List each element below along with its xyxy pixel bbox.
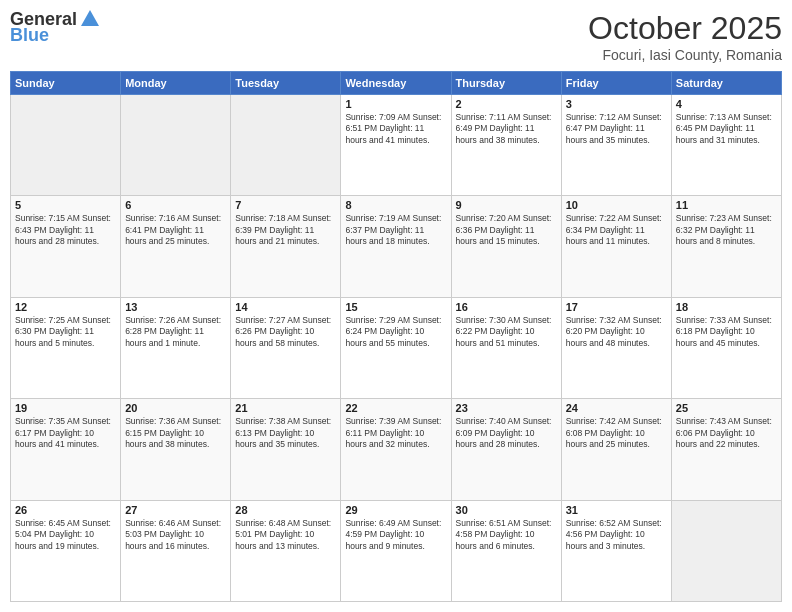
day-number: 17	[566, 301, 667, 313]
day-info: Sunrise: 7:35 AM Sunset: 6:17 PM Dayligh…	[15, 416, 116, 450]
day-info: Sunrise: 7:40 AM Sunset: 6:09 PM Dayligh…	[456, 416, 557, 450]
calendar-empty-cell	[231, 95, 341, 196]
weekday-header-row: SundayMondayTuesdayWednesdayThursdayFrid…	[11, 72, 782, 95]
day-info: Sunrise: 7:42 AM Sunset: 6:08 PM Dayligh…	[566, 416, 667, 450]
day-info: Sunrise: 7:36 AM Sunset: 6:15 PM Dayligh…	[125, 416, 226, 450]
calendar-day-31: 31Sunrise: 6:52 AM Sunset: 4:56 PM Dayli…	[561, 500, 671, 601]
day-info: Sunrise: 7:11 AM Sunset: 6:49 PM Dayligh…	[456, 112, 557, 146]
day-number: 11	[676, 199, 777, 211]
calendar-day-15: 15Sunrise: 7:29 AM Sunset: 6:24 PM Dayli…	[341, 297, 451, 398]
day-info: Sunrise: 7:15 AM Sunset: 6:43 PM Dayligh…	[15, 213, 116, 247]
day-number: 8	[345, 199, 446, 211]
logo-icon	[79, 8, 101, 30]
calendar-day-23: 23Sunrise: 7:40 AM Sunset: 6:09 PM Dayli…	[451, 399, 561, 500]
day-number: 6	[125, 199, 226, 211]
day-number: 26	[15, 504, 116, 516]
month-title: October 2025	[588, 10, 782, 47]
day-info: Sunrise: 7:39 AM Sunset: 6:11 PM Dayligh…	[345, 416, 446, 450]
day-info: Sunrise: 6:51 AM Sunset: 4:58 PM Dayligh…	[456, 518, 557, 552]
calendar-day-11: 11Sunrise: 7:23 AM Sunset: 6:32 PM Dayli…	[671, 196, 781, 297]
weekday-header-wednesday: Wednesday	[341, 72, 451, 95]
day-number: 25	[676, 402, 777, 414]
day-number: 21	[235, 402, 336, 414]
weekday-header-monday: Monday	[121, 72, 231, 95]
calendar-day-6: 6Sunrise: 7:16 AM Sunset: 6:41 PM Daylig…	[121, 196, 231, 297]
calendar-day-14: 14Sunrise: 7:27 AM Sunset: 6:26 PM Dayli…	[231, 297, 341, 398]
day-number: 10	[566, 199, 667, 211]
calendar-week-row: 1Sunrise: 7:09 AM Sunset: 6:51 PM Daylig…	[11, 95, 782, 196]
calendar-day-3: 3Sunrise: 7:12 AM Sunset: 6:47 PM Daylig…	[561, 95, 671, 196]
calendar-day-13: 13Sunrise: 7:26 AM Sunset: 6:28 PM Dayli…	[121, 297, 231, 398]
day-number: 7	[235, 199, 336, 211]
location-title: Focuri, Iasi County, Romania	[588, 47, 782, 63]
calendar-table: SundayMondayTuesdayWednesdayThursdayFrid…	[10, 71, 782, 602]
day-number: 30	[456, 504, 557, 516]
calendar-day-22: 22Sunrise: 7:39 AM Sunset: 6:11 PM Dayli…	[341, 399, 451, 500]
day-number: 3	[566, 98, 667, 110]
weekday-header-tuesday: Tuesday	[231, 72, 341, 95]
calendar-day-24: 24Sunrise: 7:42 AM Sunset: 6:08 PM Dayli…	[561, 399, 671, 500]
day-info: Sunrise: 6:46 AM Sunset: 5:03 PM Dayligh…	[125, 518, 226, 552]
svg-marker-0	[81, 10, 99, 26]
day-info: Sunrise: 7:23 AM Sunset: 6:32 PM Dayligh…	[676, 213, 777, 247]
day-number: 24	[566, 402, 667, 414]
day-info: Sunrise: 7:13 AM Sunset: 6:45 PM Dayligh…	[676, 112, 777, 146]
header: General Blue October 2025 Focuri, Iasi C…	[10, 10, 782, 63]
calendar-day-16: 16Sunrise: 7:30 AM Sunset: 6:22 PM Dayli…	[451, 297, 561, 398]
day-number: 20	[125, 402, 226, 414]
calendar-day-29: 29Sunrise: 6:49 AM Sunset: 4:59 PM Dayli…	[341, 500, 451, 601]
calendar-day-25: 25Sunrise: 7:43 AM Sunset: 6:06 PM Dayli…	[671, 399, 781, 500]
weekday-header-sunday: Sunday	[11, 72, 121, 95]
weekday-header-thursday: Thursday	[451, 72, 561, 95]
day-info: Sunrise: 7:19 AM Sunset: 6:37 PM Dayligh…	[345, 213, 446, 247]
day-info: Sunrise: 6:48 AM Sunset: 5:01 PM Dayligh…	[235, 518, 336, 552]
day-info: Sunrise: 7:12 AM Sunset: 6:47 PM Dayligh…	[566, 112, 667, 146]
calendar-week-row: 5Sunrise: 7:15 AM Sunset: 6:43 PM Daylig…	[11, 196, 782, 297]
day-number: 22	[345, 402, 446, 414]
page: General Blue October 2025 Focuri, Iasi C…	[0, 0, 792, 612]
logo-blue-text: Blue	[10, 26, 49, 46]
day-number: 15	[345, 301, 446, 313]
calendar-day-10: 10Sunrise: 7:22 AM Sunset: 6:34 PM Dayli…	[561, 196, 671, 297]
day-info: Sunrise: 6:52 AM Sunset: 4:56 PM Dayligh…	[566, 518, 667, 552]
weekday-header-saturday: Saturday	[671, 72, 781, 95]
day-info: Sunrise: 7:09 AM Sunset: 6:51 PM Dayligh…	[345, 112, 446, 146]
day-number: 29	[345, 504, 446, 516]
day-info: Sunrise: 7:18 AM Sunset: 6:39 PM Dayligh…	[235, 213, 336, 247]
calendar-day-28: 28Sunrise: 6:48 AM Sunset: 5:01 PM Dayli…	[231, 500, 341, 601]
calendar-day-2: 2Sunrise: 7:11 AM Sunset: 6:49 PM Daylig…	[451, 95, 561, 196]
calendar-day-1: 1Sunrise: 7:09 AM Sunset: 6:51 PM Daylig…	[341, 95, 451, 196]
logo: General Blue	[10, 10, 101, 46]
calendar-day-27: 27Sunrise: 6:46 AM Sunset: 5:03 PM Dayli…	[121, 500, 231, 601]
calendar-day-9: 9Sunrise: 7:20 AM Sunset: 6:36 PM Daylig…	[451, 196, 561, 297]
day-info: Sunrise: 7:29 AM Sunset: 6:24 PM Dayligh…	[345, 315, 446, 349]
day-info: Sunrise: 7:22 AM Sunset: 6:34 PM Dayligh…	[566, 213, 667, 247]
calendar-day-17: 17Sunrise: 7:32 AM Sunset: 6:20 PM Dayli…	[561, 297, 671, 398]
day-info: Sunrise: 7:16 AM Sunset: 6:41 PM Dayligh…	[125, 213, 226, 247]
day-number: 19	[15, 402, 116, 414]
calendar-day-4: 4Sunrise: 7:13 AM Sunset: 6:45 PM Daylig…	[671, 95, 781, 196]
calendar-day-26: 26Sunrise: 6:45 AM Sunset: 5:04 PM Dayli…	[11, 500, 121, 601]
day-info: Sunrise: 7:30 AM Sunset: 6:22 PM Dayligh…	[456, 315, 557, 349]
calendar-day-7: 7Sunrise: 7:18 AM Sunset: 6:39 PM Daylig…	[231, 196, 341, 297]
day-info: Sunrise: 7:33 AM Sunset: 6:18 PM Dayligh…	[676, 315, 777, 349]
day-number: 5	[15, 199, 116, 211]
calendar-empty-cell	[121, 95, 231, 196]
day-number: 14	[235, 301, 336, 313]
calendar-week-row: 12Sunrise: 7:25 AM Sunset: 6:30 PM Dayli…	[11, 297, 782, 398]
calendar-week-row: 19Sunrise: 7:35 AM Sunset: 6:17 PM Dayli…	[11, 399, 782, 500]
title-block: October 2025 Focuri, Iasi County, Romani…	[588, 10, 782, 63]
day-number: 18	[676, 301, 777, 313]
day-number: 28	[235, 504, 336, 516]
day-info: Sunrise: 7:27 AM Sunset: 6:26 PM Dayligh…	[235, 315, 336, 349]
day-info: Sunrise: 7:32 AM Sunset: 6:20 PM Dayligh…	[566, 315, 667, 349]
day-info: Sunrise: 7:20 AM Sunset: 6:36 PM Dayligh…	[456, 213, 557, 247]
calendar-day-20: 20Sunrise: 7:36 AM Sunset: 6:15 PM Dayli…	[121, 399, 231, 500]
calendar-day-12: 12Sunrise: 7:25 AM Sunset: 6:30 PM Dayli…	[11, 297, 121, 398]
day-number: 23	[456, 402, 557, 414]
calendar-empty-cell	[11, 95, 121, 196]
calendar-empty-cell	[671, 500, 781, 601]
day-number: 13	[125, 301, 226, 313]
calendar-day-19: 19Sunrise: 7:35 AM Sunset: 6:17 PM Dayli…	[11, 399, 121, 500]
calendar-day-5: 5Sunrise: 7:15 AM Sunset: 6:43 PM Daylig…	[11, 196, 121, 297]
